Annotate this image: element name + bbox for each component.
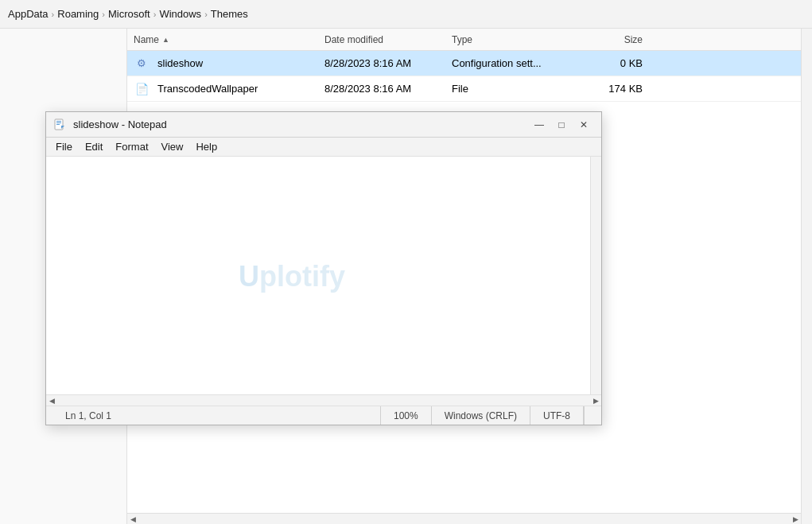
notepad-title: slideshow - Notepad <box>73 118 528 130</box>
notepad-app-icon <box>52 118 67 132</box>
status-position: Ln 1, Col 1 <box>52 406 381 425</box>
menu-file[interactable]: File <box>49 139 79 154</box>
menu-help[interactable]: Help <box>189 139 223 154</box>
notepad-window: slideshow - Notepad — □ ✕ File Edit Form… <box>45 111 602 425</box>
file-date-slideshow: 8/28/2023 8:16 AM <box>324 57 452 69</box>
breadcrumb-sep-2: › <box>102 10 105 19</box>
explorer-hscroll[interactable]: ◀ ▶ <box>127 513 801 524</box>
file-doc-icon: 📄 <box>134 81 150 97</box>
file-name-slideshow: ⚙ slideshow <box>134 56 324 72</box>
config-file-icon: ⚙ <box>134 56 150 72</box>
notepad-editor[interactable]: Uplotify <box>46 157 590 394</box>
breadcrumb-themes[interactable]: Themes <box>211 8 248 20</box>
notepad-vscroll[interactable] <box>590 157 601 394</box>
statusbar-corner <box>584 406 595 425</box>
notepad-hscroll[interactable]: ◀ ▶ <box>46 394 601 406</box>
svg-rect-3 <box>56 124 60 125</box>
breadcrumb-sep-1: › <box>52 10 55 19</box>
status-line-ending: Windows (CRLF) <box>432 406 530 425</box>
notepad-titlebar: slideshow - Notepad — □ ✕ <box>46 112 601 138</box>
notepad-statusbar: Ln 1, Col 1 100% Windows (CRLF) UTF-8 <box>46 406 601 425</box>
file-size-transcodedwallpaper: 174 KB <box>579 83 643 95</box>
file-row-slideshow[interactable]: ⚙ slideshow 8/28/2023 8:16 AM Configurat… <box>127 51 812 76</box>
status-zoom: 100% <box>381 406 432 425</box>
breadcrumb: AppData › Roaming › Microsoft › Windows … <box>0 0 812 29</box>
file-row-transcodedwallpaper[interactable]: 📄 TranscodedWallpaper 8/28/2023 8:16 AM … <box>127 76 812 102</box>
svg-text:Uplotify: Uplotify <box>239 259 345 292</box>
col-header-type[interactable]: Type <box>452 34 579 45</box>
status-encoding: UTF-8 <box>530 406 584 425</box>
notepad-menubar: File Edit Format View Help <box>46 138 601 157</box>
breadcrumb-sep-3: › <box>153 10 157 19</box>
file-type-slideshow: Configuration sett... <box>452 57 579 69</box>
sort-arrow-icon: ▲ <box>162 36 169 44</box>
explorer-vscroll[interactable] <box>801 29 812 524</box>
file-date-transcodedwallpaper: 8/28/2023 8:16 AM <box>324 83 452 95</box>
col-header-name[interactable]: Name ▲ <box>134 34 324 45</box>
breadcrumb-windows[interactable]: Windows <box>159 8 201 20</box>
watermark: Uplotify <box>231 250 406 301</box>
menu-view[interactable]: View <box>155 139 190 154</box>
svg-rect-2 <box>56 122 61 123</box>
breadcrumb-sep-4: › <box>204 10 208 19</box>
notepad-hscroll-left[interactable]: ◀ <box>46 395 57 406</box>
file-name-transcodedwallpaper: 📄 TranscodedWallpaper <box>134 81 324 97</box>
svg-rect-1 <box>56 121 61 122</box>
breadcrumb-appdata[interactable]: AppData <box>8 8 49 20</box>
menu-edit[interactable]: Edit <box>79 139 109 154</box>
notepad-content-area: Uplotify <box>46 157 601 394</box>
minimize-button[interactable]: — <box>528 114 550 136</box>
menu-format[interactable]: Format <box>109 139 154 154</box>
col-header-size[interactable]: Size <box>579 34 643 45</box>
hscroll-right-arrow[interactable]: ▶ <box>790 514 801 525</box>
hscroll-left-arrow[interactable]: ◀ <box>127 514 138 525</box>
file-size-slideshow: 0 KB <box>579 57 643 69</box>
column-headers: Name ▲ Date modified Type Size <box>127 29 812 51</box>
col-header-date[interactable]: Date modified <box>324 34 452 45</box>
file-type-transcodedwallpaper: File <box>452 83 579 95</box>
breadcrumb-roaming[interactable]: Roaming <box>57 8 99 20</box>
notepad-textarea[interactable] <box>46 157 205 195</box>
breadcrumb-microsoft[interactable]: Microsoft <box>108 8 150 20</box>
notepad-hscroll-right[interactable]: ▶ <box>590 395 601 406</box>
maximize-button[interactable]: □ <box>550 114 573 136</box>
close-button[interactable]: ✕ <box>573 114 595 136</box>
